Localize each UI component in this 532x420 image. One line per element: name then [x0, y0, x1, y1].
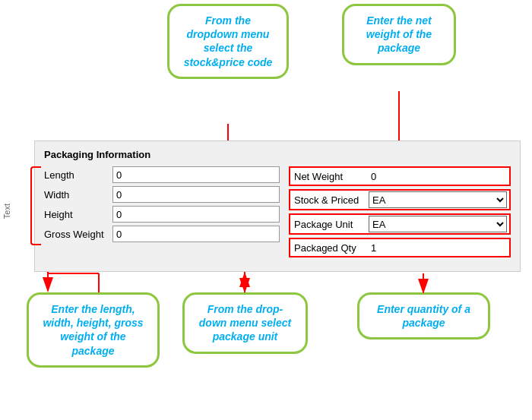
- form-layout: Length Width Height Gross Weight: [44, 166, 511, 261]
- callout-qty: Enter quantity of a package: [357, 292, 490, 339]
- width-label: Width: [44, 189, 112, 201]
- callout-netweight-text: Enter the net weight of the package: [366, 14, 432, 54]
- package-unit-select[interactable]: EA: [369, 216, 507, 232]
- length-row: Length: [44, 166, 280, 183]
- left-column: Length Width Height Gross Weight: [44, 166, 280, 261]
- height-row: Height: [44, 206, 280, 223]
- package-unit-row: Package Unit EA: [289, 213, 511, 235]
- gross-weight-row: Gross Weight: [44, 226, 280, 242]
- form-title: Packaging Information: [44, 149, 511, 160]
- callout-pkgunit: From the drop-down menu select package u…: [182, 292, 308, 354]
- left-bracket-wrapper: Length Width Height Gross Weight: [44, 166, 280, 245]
- packaged-qty-input[interactable]: [369, 240, 507, 255]
- form-panel: Packaging Information Length Width Heigh…: [34, 141, 521, 272]
- red-bracket-left: [30, 166, 41, 245]
- height-label: Height: [44, 209, 112, 220]
- text-label: Text: [2, 204, 11, 219]
- callout-pkgunit-text: From the drop-down menu select package u…: [199, 303, 291, 343]
- net-weight-label: Net Weight: [293, 171, 369, 182]
- callout-dims-text: Enter the length, width, height, gross w…: [43, 303, 143, 357]
- left-fields: Length Width Height Gross Weight: [44, 166, 280, 245]
- callout-netweight: Enter the net weight of the package: [342, 4, 456, 65]
- stock-priced-select[interactable]: EA: [369, 191, 507, 208]
- length-label: Length: [44, 169, 112, 181]
- callout-dims: Enter the length, width, height, gross w…: [27, 292, 160, 368]
- callout-qty-text: Enter quantity of a package: [377, 303, 470, 329]
- callout-stock: From the dropdown menu select the stock&…: [167, 4, 289, 79]
- packaged-qty-label: Packaged Qty: [293, 242, 369, 254]
- gross-weight-label: Gross Weight: [44, 229, 112, 240]
- right-column: Net Weight Stock & Priced EA Package Uni…: [289, 166, 511, 261]
- length-input[interactable]: [112, 166, 280, 183]
- package-unit-label: Package Unit: [293, 219, 369, 230]
- width-row: Width: [44, 186, 280, 203]
- height-input[interactable]: [112, 206, 280, 223]
- packaged-qty-row: Packaged Qty: [289, 238, 511, 257]
- callout-stock-text: From the dropdown menu select the stock&…: [184, 14, 273, 68]
- gross-weight-input[interactable]: [112, 226, 280, 242]
- width-input[interactable]: [112, 186, 280, 203]
- stock-priced-label: Stock & Priced: [293, 194, 369, 206]
- stock-priced-row: Stock & Priced EA: [289, 189, 511, 210]
- net-weight-input[interactable]: [369, 169, 507, 184]
- net-weight-row: Net Weight: [289, 166, 511, 186]
